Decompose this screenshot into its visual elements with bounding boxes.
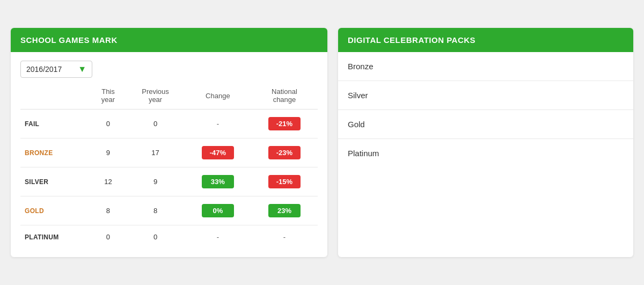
col-change: Change: [185, 84, 251, 109]
left-card-title: SCHOOL GAMES MARK: [20, 35, 118, 45]
national-change-badge: -21%: [268, 117, 301, 130]
school-games-mark-card: SCHOOL GAMES MARK 2016/2017 ▼ Thisyear P…: [11, 28, 327, 257]
row-this-year: 9: [90, 138, 126, 167]
table-row: PLATINUM00--: [20, 225, 318, 249]
page-wrapper: SCHOOL GAMES MARK 2016/2017 ▼ Thisyear P…: [11, 28, 633, 257]
national-change-badge: -23%: [268, 146, 301, 159]
sgm-table: Thisyear Previousyear Change Nationalcha…: [20, 84, 318, 249]
row-prev-year: 0: [126, 225, 185, 249]
row-change: 0%: [185, 196, 251, 225]
year-value: 2016/2017: [26, 65, 62, 74]
year-selector[interactable]: 2016/2017 ▼: [20, 61, 92, 78]
row-national-change: -21%: [251, 109, 318, 138]
row-this-year: 8: [90, 196, 126, 225]
celebration-item[interactable]: Platinum: [338, 139, 633, 167]
right-card-title: DIGITAL CELEBRATION PACKS: [348, 35, 475, 45]
row-national-change: -15%: [251, 167, 318, 196]
celebration-item[interactable]: Gold: [338, 110, 633, 139]
row-this-year: 12: [90, 167, 126, 196]
dash-value: -: [217, 233, 219, 241]
row-this-year: 0: [90, 109, 126, 138]
row-change: -47%: [185, 138, 251, 167]
row-prev-year: 0: [126, 109, 185, 138]
change-badge: 0%: [202, 204, 234, 217]
row-national-change: -23%: [251, 138, 318, 167]
change-badge: -47%: [202, 146, 234, 159]
row-prev-year: 9: [126, 167, 185, 196]
table-row: GOLD880%23%: [20, 196, 318, 225]
col-label: [20, 84, 90, 109]
row-label: PLATINUM: [20, 225, 90, 249]
row-change: 33%: [185, 167, 251, 196]
celebration-item[interactable]: Silver: [338, 81, 633, 110]
change-badge: 33%: [202, 175, 234, 188]
national-change-badge: 23%: [268, 204, 301, 217]
left-card-header: SCHOOL GAMES MARK: [11, 28, 327, 52]
table-row: FAIL00--21%: [20, 109, 318, 138]
table-header-row: Thisyear Previousyear Change Nationalcha…: [20, 84, 318, 109]
row-label: GOLD: [20, 196, 90, 225]
row-prev-year: 17: [126, 138, 185, 167]
chevron-down-icon: ▼: [78, 64, 86, 74]
row-change: -: [185, 225, 251, 249]
right-card-header: DIGITAL CELEBRATION PACKS: [338, 28, 633, 52]
row-label: BRONZE: [20, 138, 90, 167]
row-national-change: 23%: [251, 196, 318, 225]
national-change-badge: -15%: [268, 175, 301, 188]
left-card-body: 2016/2017 ▼ Thisyear Previousyear Change…: [11, 52, 327, 257]
row-label: FAIL: [20, 109, 90, 138]
row-national-change: -: [251, 225, 318, 249]
celebration-item[interactable]: Bronze: [338, 52, 633, 81]
col-this-year: Thisyear: [90, 84, 126, 109]
row-change: -: [185, 109, 251, 138]
digital-celebration-packs-card: DIGITAL CELEBRATION PACKS BronzeSilverGo…: [338, 28, 633, 257]
table-row: BRONZE917-47%-23%: [20, 138, 318, 167]
row-prev-year: 8: [126, 196, 185, 225]
celebration-list: BronzeSilverGoldPlatinum: [338, 52, 633, 167]
dash-value: -: [217, 120, 219, 128]
col-prev-year: Previousyear: [126, 84, 185, 109]
row-label: SILVER: [20, 167, 90, 196]
col-national-change: Nationalchange: [251, 84, 318, 109]
row-this-year: 0: [90, 225, 126, 249]
dash-value: -: [283, 233, 286, 241]
table-row: SILVER12933%-15%: [20, 167, 318, 196]
